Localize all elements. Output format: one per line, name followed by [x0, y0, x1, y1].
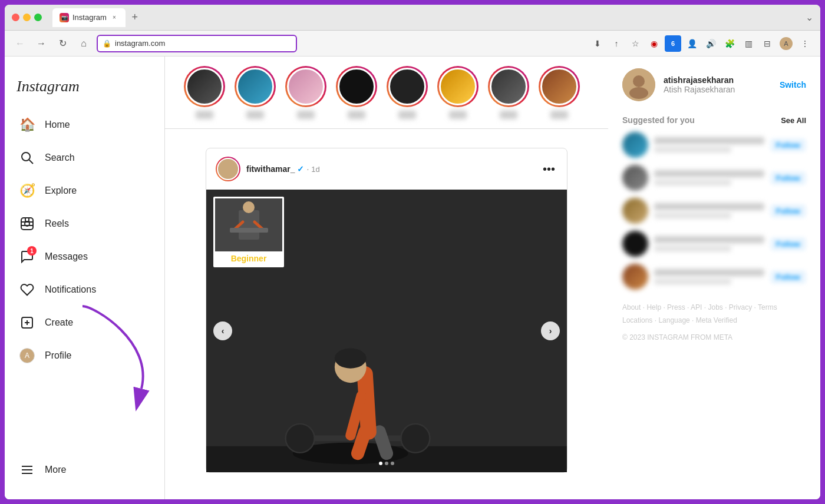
lock-icon: 🔒 [103, 39, 111, 48]
footer-link-jobs[interactable]: Jobs [708, 303, 722, 311]
sidebar-item-label-messages: Messages [45, 251, 88, 262]
sidebar-item-profile[interactable]: A Profile [9, 340, 160, 371]
post-thumbnail-image [215, 198, 282, 251]
post-author-avatar[interactable] [216, 157, 240, 181]
extension-icon[interactable]: 6 [665, 35, 681, 52]
explore-icon: 🧭 [19, 183, 35, 199]
footer-link-about[interactable]: About [622, 303, 641, 311]
suggestions-list: Follow Follow Follow [622, 132, 806, 290]
suggestion-info-1 [654, 137, 764, 152]
story-item-7[interactable]: user7 [488, 66, 529, 119]
sidebar-item-home[interactable]: 🏠 Home [9, 110, 160, 140]
new-tab-button[interactable]: + [128, 11, 142, 25]
download-icon[interactable]: ⬇ [589, 35, 606, 52]
minimize-window-button[interactable] [23, 14, 31, 21]
svg-rect-32 [230, 228, 268, 233]
follow-button-2[interactable]: Follow [770, 171, 806, 185]
sidebar-item-search[interactable]: Search [9, 142, 160, 173]
suggestion-name-1 [654, 137, 764, 144]
post-more-button[interactable]: ••• [540, 160, 557, 178]
maximize-window-button[interactable] [34, 14, 42, 21]
follow-button-3[interactable]: Follow [770, 204, 806, 218]
footer-link-locations[interactable]: Locations [622, 316, 652, 324]
see-all-button[interactable]: See All [781, 116, 806, 125]
extensions-icon[interactable]: 🧩 [721, 35, 738, 52]
svg-point-26 [335, 348, 367, 368]
browser-menu-button[interactable]: ⌄ [806, 12, 813, 23]
user-icon[interactable]: 👤 [684, 35, 700, 52]
suggestion-sub-3 [654, 213, 731, 218]
story-item-5[interactable]: user5 [387, 66, 428, 119]
story-username-4: user4 [348, 111, 365, 119]
sidebar-item-create[interactable]: Create [9, 307, 160, 338]
svg-point-20 [401, 424, 430, 453]
split-screen-icon[interactable]: ⊟ [759, 35, 776, 52]
follow-button-5[interactable]: Follow [770, 270, 806, 284]
footer-link-help[interactable]: Help [646, 303, 661, 311]
sidebar-item-explore[interactable]: 🧭 Explore [9, 175, 160, 206]
feed-posts: fitwithamar_ ✓ · 1d ••• [165, 129, 608, 492]
switch-account-button[interactable]: Switch [780, 80, 806, 89]
story-item-6[interactable]: user6 [437, 66, 478, 119]
suggestion-item-4: Follow [622, 231, 806, 257]
reels-icon [19, 215, 35, 232]
share-icon[interactable]: ↑ [608, 35, 625, 52]
footer-link-press[interactable]: Press [667, 303, 685, 311]
user-info: atishrajasekharan Atish Rajasekharan [664, 75, 771, 94]
profile-browser-icon[interactable]: A [778, 35, 794, 52]
browser-more-button[interactable]: ⋮ [797, 35, 813, 52]
profile-avatar-icon: A [19, 347, 35, 364]
suggestions-title: Suggested for you [622, 115, 695, 125]
footer-link-api[interactable]: API [691, 303, 702, 311]
tab-close-button[interactable]: × [110, 14, 118, 22]
sidebar-item-more[interactable]: More [9, 455, 160, 485]
story-item-3[interactable]: user3 [285, 66, 326, 119]
verified-icon: ✓ [297, 164, 304, 174]
suggestion-info-5 [654, 269, 764, 284]
sidebar-item-reels[interactable]: Reels [9, 208, 160, 239]
post-next-button[interactable]: › [541, 321, 560, 340]
main-feed: user1 user2 user3 [165, 57, 608, 499]
address-bar[interactable]: 🔒 instagram.com [97, 35, 297, 52]
post-dot-separator: · [306, 164, 309, 174]
post-card: fitwithamar_ ✓ · 1d ••• [206, 148, 567, 473]
footer-link-meta-verified[interactable]: Meta Verified [696, 316, 737, 324]
home-browser-button[interactable]: ⌂ [75, 35, 92, 52]
active-tab[interactable]: 📷 Instagram × [52, 8, 126, 27]
dot-1 [379, 462, 382, 465]
svg-line-1 [29, 160, 34, 164]
messages-badge: 1 [27, 246, 37, 256]
current-user-avatar[interactable] [622, 68, 655, 101]
story-item-4[interactable]: user4 [336, 66, 377, 119]
suggestion-sub-2 [654, 180, 731, 185]
current-user-username[interactable]: atishrajasekharan [664, 75, 771, 85]
footer-link-privacy[interactable]: Privacy [729, 303, 752, 311]
back-button[interactable]: ← [12, 35, 28, 52]
story-item-8[interactable]: user8 [539, 66, 580, 119]
footer-link-language[interactable]: Language [658, 316, 689, 324]
story-username-6: user6 [449, 111, 467, 119]
opera-icon[interactable]: ◉ [646, 35, 662, 52]
suggestion-info-2 [654, 170, 764, 185]
sidebar-item-notifications[interactable]: Notifications [9, 274, 160, 305]
reload-button[interactable]: ↻ [54, 35, 71, 52]
story-item-2[interactable]: user2 [235, 66, 276, 119]
suggestion-sub-5 [654, 278, 731, 284]
notifications-icon [19, 281, 35, 298]
forward-button[interactable]: → [33, 35, 50, 52]
bookmark-icon[interactable]: ☆ [627, 35, 644, 52]
sidebar-item-messages[interactable]: 1 Messages [9, 241, 160, 272]
close-window-button[interactable] [12, 14, 19, 21]
instagram-logo[interactable]: Instagram [5, 66, 164, 110]
footer-link-terms[interactable]: Terms [758, 303, 777, 311]
audio-icon[interactable]: 🔊 [702, 35, 719, 52]
sidebar-toggle-icon[interactable]: ▥ [740, 35, 757, 52]
post-user-info: fitwithamar_ ✓ · 1d [246, 164, 534, 174]
follow-button-1[interactable]: Follow [770, 138, 806, 152]
post-prev-button[interactable]: ‹ [213, 321, 232, 340]
story-item-1[interactable]: user1 [184, 66, 225, 119]
follow-button-4[interactable]: Follow [770, 237, 806, 251]
post-username[interactable]: fitwithamar_ ✓ · 1d [246, 164, 534, 174]
traffic-lights [12, 14, 42, 21]
browser-toolbar: ← → ↻ ⌂ 🔒 instagram.com ⬇ ↑ ☆ ◉ 6 👤 🔊 🧩 … [5, 31, 820, 57]
